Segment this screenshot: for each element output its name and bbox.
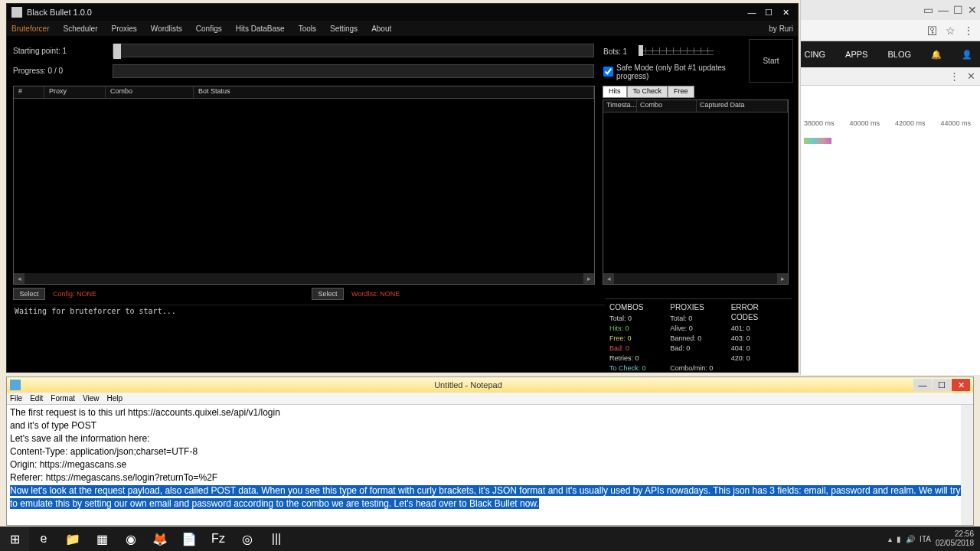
tab-hits[interactable]: Hits: [603, 86, 627, 98]
col-captured[interactable]: Captured Data: [697, 100, 788, 112]
taskbar-obs-icon[interactable]: ◎: [233, 527, 262, 551]
browser-menu-icon[interactable]: ⋮: [963, 24, 974, 37]
browser-max-icon[interactable]: ☐: [953, 4, 963, 16]
np-menu-file[interactable]: File: [10, 394, 22, 403]
menu-settings[interactable]: Settings: [330, 24, 358, 33]
stat-free: Free: 0: [609, 334, 665, 344]
bots-table-hscroll[interactable]: ◂▸: [14, 273, 594, 284]
notepad-vscroll[interactable]: [961, 405, 973, 525]
notepad-minimize-button[interactable]: —: [913, 379, 932, 391]
taskbar-filezilla-icon[interactable]: Fz: [204, 527, 233, 551]
nav-item[interactable]: APPS: [845, 50, 867, 59]
tick: 42000 ms: [895, 119, 926, 127]
stat-403: 403: 0: [731, 334, 787, 344]
site-nav: CING APPS BLOG 🔔 👤: [801, 41, 980, 67]
start-menu-button[interactable]: ⊞: [0, 527, 29, 551]
notepad-close-button[interactable]: ✕: [952, 379, 970, 391]
blackbullet-window: Black Bullet 1.0.0 — ☐ ✕ Bruteforcer Sch…: [6, 3, 799, 373]
nav-item[interactable]: CING: [805, 50, 826, 59]
byline: by Ruri: [769, 24, 793, 33]
col-combo[interactable]: Combo: [106, 86, 194, 98]
browser-min-icon[interactable]: —: [938, 4, 949, 16]
menu-tools[interactable]: Tools: [299, 24, 316, 33]
taskbar-chrome-icon[interactable]: ◉: [116, 527, 145, 551]
notepad-title: Untitled - Notepad: [24, 380, 913, 390]
menu-about[interactable]: About: [371, 24, 391, 33]
np-menu-help[interactable]: Help: [107, 394, 123, 403]
tab-free[interactable]: Free: [668, 86, 694, 98]
star-icon[interactable]: ☆: [946, 24, 956, 37]
menu-proxies[interactable]: Proxies: [112, 24, 137, 33]
start-button[interactable]: Start: [749, 39, 793, 83]
tray-date: 02/05/2018: [936, 539, 974, 548]
minimize-button[interactable]: —: [744, 6, 760, 18]
tab-tocheck[interactable]: To Check: [627, 86, 668, 98]
notepad-textarea[interactable]: The first request is to this url https:/…: [7, 405, 973, 525]
select-wordlist-button[interactable]: Select: [312, 288, 344, 300]
notepad-maximize-button[interactable]: ☐: [933, 379, 951, 391]
maximize-button[interactable]: ☐: [761, 6, 776, 18]
stat-ptotal: Total: 0: [670, 314, 726, 324]
tray-volume-icon[interactable]: 🔊: [906, 535, 915, 543]
taskbar-firefox-icon[interactable]: 🦊: [145, 527, 175, 551]
browser-url-bar: ⚿ ☆ ⋮: [801, 20, 980, 41]
col-hits-combo[interactable]: Combo: [637, 100, 697, 112]
notepad-titlebar: Untitled - Notepad — ☐ ✕: [7, 377, 973, 393]
notepad-menubar: File Edit Format View Help: [7, 393, 973, 405]
tray-network-icon[interactable]: ▮: [897, 535, 901, 543]
safe-mode-checkbox[interactable]: [603, 67, 613, 77]
user-icon[interactable]: 👤: [962, 50, 972, 60]
nav-item[interactable]: BLOG: [887, 50, 911, 59]
taskbar-excel-icon[interactable]: ▦: [87, 527, 116, 551]
notepad-window: Untitled - Notepad — ☐ ✕ File Edit Forma…: [6, 377, 974, 526]
close-button[interactable]: ✕: [778, 6, 793, 18]
browser-close-icon[interactable]: ✕: [968, 4, 977, 16]
np-menu-format[interactable]: Format: [51, 394, 75, 403]
bots-slider[interactable]: [639, 47, 714, 55]
tray-lang[interactable]: ITA: [920, 535, 931, 543]
bots-table: # Proxy Combo Bot Status ◂▸: [13, 86, 595, 285]
starting-point-slider[interactable]: [113, 44, 594, 57]
menu-hitsdb[interactable]: Hits DataBase: [236, 24, 285, 33]
menu-scheduler[interactable]: Scheduler: [63, 24, 97, 33]
col-timestamp[interactable]: Timesta...: [603, 100, 637, 112]
devtools-dock-icon[interactable]: ⋮: [949, 70, 959, 82]
safe-mode-label: Safe Mode (only Bot #1 updates progress): [616, 64, 743, 80]
devtools-close-icon[interactable]: ✕: [967, 70, 975, 82]
hits-table-body: [603, 112, 788, 273]
bb-menubar: Bruteforcer Scheduler Proxies Wordlists …: [7, 21, 798, 36]
col-proxy[interactable]: Proxy: [44, 86, 106, 98]
stat-420: 420: 0: [731, 354, 787, 364]
taskbar: ⊞ e 📁 ▦ ◉ 🦊 📄 Fz ◎ ||| ▴ ▮ 🔊 ITA 22:56 0…: [0, 527, 980, 551]
hits-table-hscroll[interactable]: ◂▸: [603, 273, 788, 284]
col-num[interactable]: #: [14, 86, 44, 98]
tick: 38000 ms: [804, 119, 835, 127]
stat-pbad: Bad: 0: [670, 344, 726, 354]
taskbar-blackbullet-icon[interactable]: |||: [262, 527, 291, 551]
stat-bad: Bad: 0: [609, 344, 665, 354]
hits-table: Timesta... Combo Captured Data ◂▸: [603, 99, 789, 285]
stat-banned: Banned: 0: [670, 334, 726, 344]
tray-time: 22:56: [936, 530, 974, 539]
key-icon[interactable]: ⚿: [927, 24, 938, 37]
stat-total: Total: 0: [609, 314, 665, 324]
np-menu-edit[interactable]: Edit: [30, 394, 43, 403]
col-botstatus[interactable]: Bot Status: [194, 86, 594, 98]
background-browser-window: ▭ — ☐ ✕ ⚿ ☆ ⋮ CING APPS BLOG 🔔 👤 ⋮ ✕ 380…: [800, 0, 980, 375]
taskbar-ie-icon[interactable]: e: [29, 527, 58, 551]
menu-bruteforcer[interactable]: Bruteforcer: [11, 24, 49, 33]
menu-wordlists[interactable]: Wordlists: [151, 24, 182, 33]
select-config-button[interactable]: Select: [13, 288, 45, 300]
progress-label: Progress: 0 / 0: [13, 67, 113, 75]
np-menu-view[interactable]: View: [83, 394, 100, 403]
bell-icon[interactable]: 🔔: [931, 50, 942, 60]
menu-configs[interactable]: Configs: [196, 24, 222, 33]
stat-cpm: Combo/min: 0: [670, 364, 726, 373]
stats-panel: COMBOS Total: 0 Hits: 0 Free: 0 Bad: 0 R…: [605, 298, 792, 369]
tray-chevron-icon[interactable]: ▴: [888, 535, 892, 543]
tick: 40000 ms: [850, 119, 880, 127]
taskbar-explorer-icon[interactable]: 📁: [58, 527, 87, 551]
browser-person-icon: ▭: [923, 4, 933, 16]
tray-clock[interactable]: 22:56 02/05/2018: [936, 530, 974, 548]
taskbar-notepad-icon[interactable]: 📄: [175, 527, 204, 551]
